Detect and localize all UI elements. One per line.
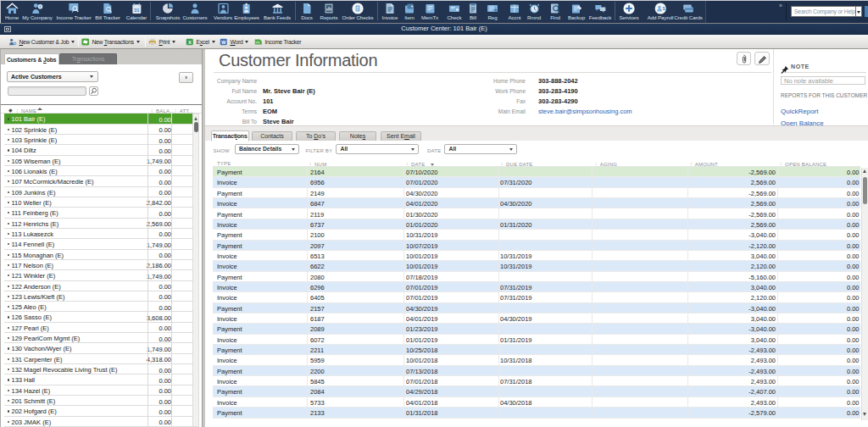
svg-text:31: 31 — [134, 8, 140, 13]
svg-text:X: X — [188, 40, 192, 45]
